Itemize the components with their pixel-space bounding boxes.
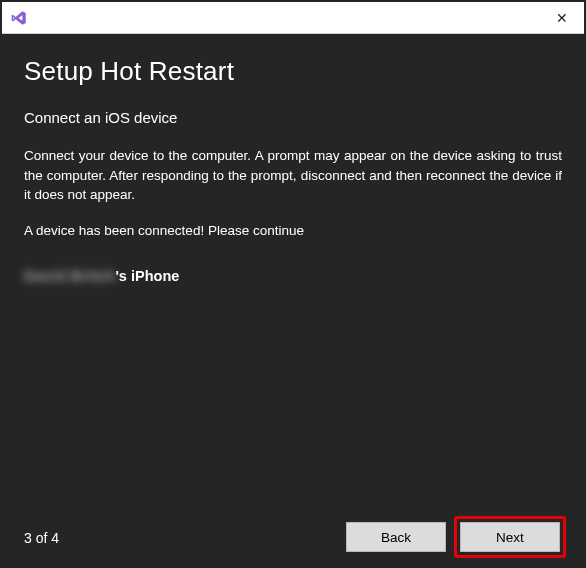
close-button[interactable]: ✕ xyxy=(542,3,582,33)
connected-device: David Britch 's iPhone xyxy=(24,268,562,284)
titlebar: ✕ xyxy=(2,2,584,34)
dialog-footer: 3 of 4 Back Next xyxy=(24,514,562,554)
titlebar-left xyxy=(10,9,28,27)
button-row: Back Next xyxy=(346,522,562,554)
instruction-text: Connect your device to the computer. A p… xyxy=(24,146,562,205)
device-owner-name-blurred: David Britch xyxy=(24,268,115,284)
close-icon: ✕ xyxy=(556,10,568,26)
device-name-suffix: 's iPhone xyxy=(115,268,179,284)
spacer xyxy=(24,284,562,514)
connection-status: A device has been connected! Please cont… xyxy=(24,223,562,238)
visual-studio-icon xyxy=(10,9,28,27)
dialog-title: Setup Hot Restart xyxy=(24,56,562,87)
dialog-content: Setup Hot Restart Connect an iOS device … xyxy=(2,34,584,566)
step-indicator: 3 of 4 xyxy=(24,530,59,546)
next-button-highlight: Next xyxy=(454,516,566,558)
back-button[interactable]: Back xyxy=(346,522,446,552)
dialog-window: ✕ Setup Hot Restart Connect an iOS devic… xyxy=(0,0,586,568)
next-button[interactable]: Next xyxy=(460,522,560,552)
dialog-subtitle: Connect an iOS device xyxy=(24,109,562,126)
